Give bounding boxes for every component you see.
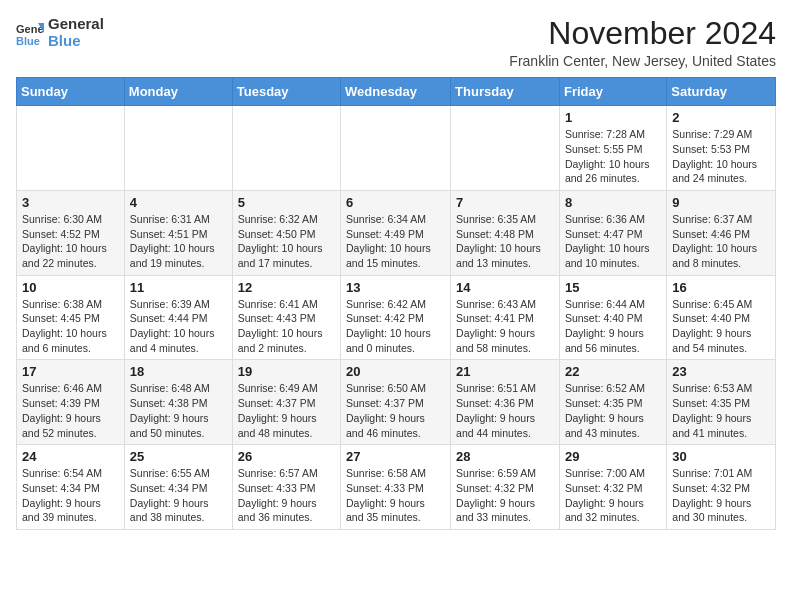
calendar-title: November 2024	[509, 16, 776, 51]
day-info: Sunrise: 7:00 AM Sunset: 4:32 PM Dayligh…	[565, 466, 661, 525]
calendar-cell: 27Sunrise: 6:58 AM Sunset: 4:33 PM Dayli…	[341, 445, 451, 530]
day-info: Sunrise: 6:44 AM Sunset: 4:40 PM Dayligh…	[565, 297, 661, 356]
day-number: 4	[130, 195, 227, 210]
header-sunday: Sunday	[17, 78, 125, 106]
day-info: Sunrise: 6:38 AM Sunset: 4:45 PM Dayligh…	[22, 297, 119, 356]
header-monday: Monday	[124, 78, 232, 106]
day-info: Sunrise: 6:37 AM Sunset: 4:46 PM Dayligh…	[672, 212, 770, 271]
day-number: 8	[565, 195, 661, 210]
calendar-cell: 26Sunrise: 6:57 AM Sunset: 4:33 PM Dayli…	[232, 445, 340, 530]
calendar-cell: 11Sunrise: 6:39 AM Sunset: 4:44 PM Dayli…	[124, 275, 232, 360]
logo-general-text: General	[48, 16, 104, 33]
logo: General Blue General Blue	[16, 16, 104, 49]
day-number: 2	[672, 110, 770, 125]
calendar-subtitle: Franklin Center, New Jersey, United Stat…	[509, 53, 776, 69]
day-info: Sunrise: 6:58 AM Sunset: 4:33 PM Dayligh…	[346, 466, 445, 525]
day-number: 11	[130, 280, 227, 295]
day-number: 19	[238, 364, 335, 379]
day-info: Sunrise: 6:34 AM Sunset: 4:49 PM Dayligh…	[346, 212, 445, 271]
calendar-cell: 20Sunrise: 6:50 AM Sunset: 4:37 PM Dayli…	[341, 360, 451, 445]
calendar-cell	[341, 106, 451, 191]
calendar-header-row: SundayMondayTuesdayWednesdayThursdayFrid…	[17, 78, 776, 106]
calendar-week-0: 1Sunrise: 7:28 AM Sunset: 5:55 PM Daylig…	[17, 106, 776, 191]
day-number: 23	[672, 364, 770, 379]
day-number: 10	[22, 280, 119, 295]
day-info: Sunrise: 7:01 AM Sunset: 4:32 PM Dayligh…	[672, 466, 770, 525]
day-number: 24	[22, 449, 119, 464]
day-info: Sunrise: 6:50 AM Sunset: 4:37 PM Dayligh…	[346, 381, 445, 440]
day-info: Sunrise: 6:39 AM Sunset: 4:44 PM Dayligh…	[130, 297, 227, 356]
calendar-cell: 28Sunrise: 6:59 AM Sunset: 4:32 PM Dayli…	[451, 445, 560, 530]
calendar-cell: 6Sunrise: 6:34 AM Sunset: 4:49 PM Daylig…	[341, 190, 451, 275]
day-info: Sunrise: 6:59 AM Sunset: 4:32 PM Dayligh…	[456, 466, 554, 525]
logo-icon: General Blue	[16, 19, 44, 47]
title-block: November 2024 Franklin Center, New Jerse…	[509, 16, 776, 69]
calendar-cell: 23Sunrise: 6:53 AM Sunset: 4:35 PM Dayli…	[667, 360, 776, 445]
calendar-cell: 9Sunrise: 6:37 AM Sunset: 4:46 PM Daylig…	[667, 190, 776, 275]
day-number: 13	[346, 280, 445, 295]
calendar-cell: 30Sunrise: 7:01 AM Sunset: 4:32 PM Dayli…	[667, 445, 776, 530]
calendar-cell: 29Sunrise: 7:00 AM Sunset: 4:32 PM Dayli…	[559, 445, 666, 530]
calendar-week-4: 24Sunrise: 6:54 AM Sunset: 4:34 PM Dayli…	[17, 445, 776, 530]
calendar-cell: 22Sunrise: 6:52 AM Sunset: 4:35 PM Dayli…	[559, 360, 666, 445]
header-friday: Friday	[559, 78, 666, 106]
day-number: 30	[672, 449, 770, 464]
day-info: Sunrise: 6:45 AM Sunset: 4:40 PM Dayligh…	[672, 297, 770, 356]
calendar-cell	[124, 106, 232, 191]
calendar-cell: 25Sunrise: 6:55 AM Sunset: 4:34 PM Dayli…	[124, 445, 232, 530]
day-info: Sunrise: 6:43 AM Sunset: 4:41 PM Dayligh…	[456, 297, 554, 356]
day-number: 17	[22, 364, 119, 379]
day-info: Sunrise: 6:36 AM Sunset: 4:47 PM Dayligh…	[565, 212, 661, 271]
calendar-cell: 10Sunrise: 6:38 AM Sunset: 4:45 PM Dayli…	[17, 275, 125, 360]
logo-blue-text: Blue	[48, 33, 104, 50]
calendar-cell: 4Sunrise: 6:31 AM Sunset: 4:51 PM Daylig…	[124, 190, 232, 275]
day-info: Sunrise: 6:49 AM Sunset: 4:37 PM Dayligh…	[238, 381, 335, 440]
calendar-cell: 3Sunrise: 6:30 AM Sunset: 4:52 PM Daylig…	[17, 190, 125, 275]
day-number: 1	[565, 110, 661, 125]
day-info: Sunrise: 6:41 AM Sunset: 4:43 PM Dayligh…	[238, 297, 335, 356]
calendar-cell: 2Sunrise: 7:29 AM Sunset: 5:53 PM Daylig…	[667, 106, 776, 191]
calendar-week-2: 10Sunrise: 6:38 AM Sunset: 4:45 PM Dayli…	[17, 275, 776, 360]
day-number: 6	[346, 195, 445, 210]
day-info: Sunrise: 6:32 AM Sunset: 4:50 PM Dayligh…	[238, 212, 335, 271]
day-number: 29	[565, 449, 661, 464]
calendar-cell	[17, 106, 125, 191]
calendar-cell: 14Sunrise: 6:43 AM Sunset: 4:41 PM Dayli…	[451, 275, 560, 360]
calendar-cell: 19Sunrise: 6:49 AM Sunset: 4:37 PM Dayli…	[232, 360, 340, 445]
day-info: Sunrise: 6:31 AM Sunset: 4:51 PM Dayligh…	[130, 212, 227, 271]
header-saturday: Saturday	[667, 78, 776, 106]
day-number: 7	[456, 195, 554, 210]
day-info: Sunrise: 6:54 AM Sunset: 4:34 PM Dayligh…	[22, 466, 119, 525]
day-info: Sunrise: 6:57 AM Sunset: 4:33 PM Dayligh…	[238, 466, 335, 525]
day-number: 12	[238, 280, 335, 295]
day-info: Sunrise: 7:28 AM Sunset: 5:55 PM Dayligh…	[565, 127, 661, 186]
day-info: Sunrise: 6:55 AM Sunset: 4:34 PM Dayligh…	[130, 466, 227, 525]
day-number: 28	[456, 449, 554, 464]
day-number: 9	[672, 195, 770, 210]
calendar-cell: 18Sunrise: 6:48 AM Sunset: 4:38 PM Dayli…	[124, 360, 232, 445]
header-wednesday: Wednesday	[341, 78, 451, 106]
day-info: Sunrise: 6:51 AM Sunset: 4:36 PM Dayligh…	[456, 381, 554, 440]
day-info: Sunrise: 7:29 AM Sunset: 5:53 PM Dayligh…	[672, 127, 770, 186]
day-info: Sunrise: 6:52 AM Sunset: 4:35 PM Dayligh…	[565, 381, 661, 440]
page-header: General Blue General Blue November 2024 …	[16, 16, 776, 69]
calendar-cell	[232, 106, 340, 191]
day-number: 25	[130, 449, 227, 464]
day-info: Sunrise: 6:35 AM Sunset: 4:48 PM Dayligh…	[456, 212, 554, 271]
calendar-cell: 12Sunrise: 6:41 AM Sunset: 4:43 PM Dayli…	[232, 275, 340, 360]
calendar-cell: 16Sunrise: 6:45 AM Sunset: 4:40 PM Dayli…	[667, 275, 776, 360]
calendar-week-3: 17Sunrise: 6:46 AM Sunset: 4:39 PM Dayli…	[17, 360, 776, 445]
day-info: Sunrise: 6:48 AM Sunset: 4:38 PM Dayligh…	[130, 381, 227, 440]
day-number: 15	[565, 280, 661, 295]
day-info: Sunrise: 6:30 AM Sunset: 4:52 PM Dayligh…	[22, 212, 119, 271]
calendar-cell: 5Sunrise: 6:32 AM Sunset: 4:50 PM Daylig…	[232, 190, 340, 275]
day-info: Sunrise: 6:53 AM Sunset: 4:35 PM Dayligh…	[672, 381, 770, 440]
day-info: Sunrise: 6:46 AM Sunset: 4:39 PM Dayligh…	[22, 381, 119, 440]
calendar-cell: 17Sunrise: 6:46 AM Sunset: 4:39 PM Dayli…	[17, 360, 125, 445]
calendar-table: SundayMondayTuesdayWednesdayThursdayFrid…	[16, 77, 776, 530]
calendar-cell: 21Sunrise: 6:51 AM Sunset: 4:36 PM Dayli…	[451, 360, 560, 445]
day-number: 16	[672, 280, 770, 295]
day-number: 26	[238, 449, 335, 464]
day-number: 27	[346, 449, 445, 464]
day-number: 3	[22, 195, 119, 210]
